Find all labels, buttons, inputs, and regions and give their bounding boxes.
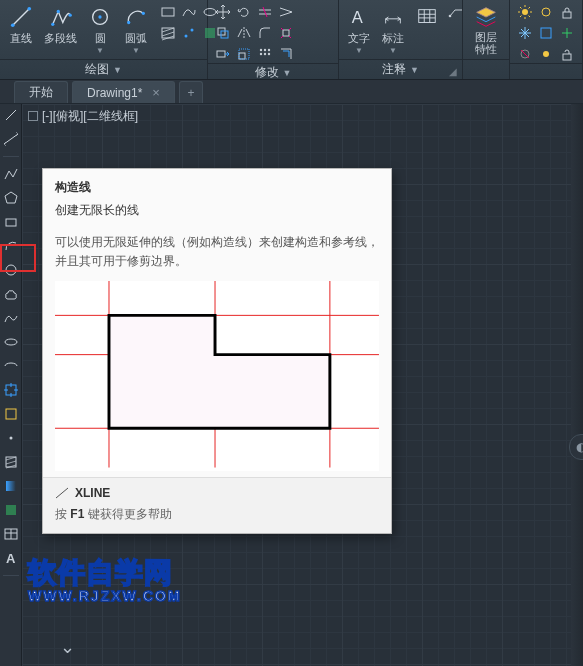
minus-icon: [28, 111, 38, 121]
lt-line-icon[interactable]: [2, 106, 20, 124]
svg-point-1: [11, 23, 15, 27]
panel-title-annotation-label: 注释: [382, 61, 406, 78]
array-icon[interactable]: [256, 45, 274, 63]
svg-rect-37: [563, 54, 571, 60]
scale-icon[interactable]: [235, 45, 253, 63]
move-icon[interactable]: [214, 3, 232, 21]
lt-polygon-icon[interactable]: [2, 189, 20, 207]
tooltip-help-suffix: 键获得更多帮助: [84, 507, 171, 521]
plus-icon: +: [187, 86, 194, 100]
drawing-canvas[interactable]: [-][俯视][二维线框] ◐ 构造线 创建无限长的线 可以使用无限延伸的线（例…: [22, 104, 583, 666]
extend-icon[interactable]: [277, 3, 295, 21]
line-icon: [8, 5, 34, 29]
command-chevron-icon[interactable]: ⌄: [60, 636, 75, 658]
point-icon[interactable]: [180, 24, 198, 42]
text-button[interactable]: A 文字 ▼: [345, 3, 373, 57]
lt-rectangle-icon[interactable]: [2, 213, 20, 231]
svg-point-44: [9, 437, 12, 440]
svg-point-41: [5, 339, 17, 345]
svg-rect-34: [541, 28, 551, 38]
layer-lock-icon[interactable]: [558, 3, 576, 21]
dimension-button[interactable]: 标注 ▼: [379, 3, 407, 57]
lt-spline-icon[interactable]: [2, 309, 20, 327]
polyline-button[interactable]: 多段线: [42, 3, 79, 48]
arc-icon: [123, 5, 149, 29]
modify-tools: [214, 3, 295, 63]
layer-thaw-icon[interactable]: [537, 45, 555, 63]
table-button[interactable]: [413, 3, 441, 31]
arc-button[interactable]: 圆弧 ▼: [121, 3, 151, 57]
rectangle-icon[interactable]: [159, 3, 177, 21]
polyline-label: 多段线: [44, 31, 77, 46]
layer-freeze-icon[interactable]: [516, 24, 534, 42]
dropdown-marker: ▼: [389, 46, 397, 55]
lt-ellipse-icon[interactable]: [2, 333, 20, 351]
view-label[interactable]: [-][俯视][二维线框]: [28, 108, 138, 125]
layer-off-icon[interactable]: [516, 45, 534, 63]
tab-start[interactable]: 开始: [14, 81, 68, 103]
layer-stack-icon: [473, 5, 499, 29]
lt-region-icon[interactable]: [2, 501, 20, 519]
layer-on-icon[interactable]: [537, 3, 555, 21]
svg-text:A: A: [352, 8, 363, 26]
svg-marker-38: [5, 192, 17, 203]
panel-title-draw-label: 绘图: [85, 61, 109, 78]
lt-text-icon[interactable]: A: [2, 549, 20, 567]
fillet-icon[interactable]: [256, 24, 274, 42]
close-icon[interactable]: ×: [152, 85, 160, 100]
svg-rect-20: [239, 53, 245, 59]
tooltip-command: XLINE: [75, 486, 110, 500]
lt-block-icon[interactable]: [2, 405, 20, 423]
layer-properties-button[interactable]: 图层特性: [471, 3, 501, 57]
lt-polyline-icon[interactable]: [2, 165, 20, 183]
stretch-icon[interactable]: [214, 45, 232, 63]
dimension-icon: [381, 5, 405, 29]
lt-ellipsearc-icon[interactable]: [2, 357, 20, 375]
hatch-icon[interactable]: [159, 24, 177, 42]
chevron-down-icon: ▼: [283, 68, 292, 78]
table-icon: [415, 5, 439, 29]
layer-match-icon[interactable]: [558, 24, 576, 42]
circle-button[interactable]: 圆 ▼: [85, 3, 115, 57]
lt-revcloud-icon[interactable]: [2, 285, 20, 303]
mirror-icon[interactable]: [235, 24, 253, 42]
offset-icon[interactable]: [277, 45, 295, 63]
dimension-label: 标注: [382, 31, 404, 46]
lt-table-icon[interactable]: [2, 525, 20, 543]
tooltip-command-row: XLINE: [55, 486, 379, 500]
svg-rect-10: [162, 8, 174, 16]
svg-point-30: [449, 15, 452, 18]
sun-icon[interactable]: [516, 3, 534, 21]
explode-icon[interactable]: [277, 24, 295, 42]
ribbon: 直线 多段线 圆 ▼ 圆弧 ▼: [0, 0, 583, 80]
panel-title-annotation[interactable]: 注释 ▼ ◢: [339, 59, 462, 79]
spline-icon[interactable]: [180, 3, 198, 21]
lt-xline-icon[interactable]: [2, 130, 20, 148]
svg-point-5: [68, 14, 71, 17]
lt-gradient-icon[interactable]: [2, 477, 20, 495]
copy-icon[interactable]: [214, 24, 232, 42]
tab-drawing1-label: Drawing1*: [87, 86, 142, 100]
tooltip-description: 可以使用无限延伸的线（例如构造线）来创建构造和参考线，并且其可用于修剪边界。: [55, 233, 379, 271]
highlight-marker: [0, 244, 36, 272]
svg-point-3: [51, 23, 54, 26]
rotate-icon[interactable]: [235, 3, 253, 21]
svg-rect-29: [419, 10, 436, 23]
tab-add[interactable]: +: [179, 81, 203, 103]
circle-label: 圆: [95, 31, 106, 46]
trim-icon[interactable]: [256, 3, 274, 21]
svg-point-36: [543, 51, 549, 57]
lt-insert-icon[interactable]: [2, 381, 20, 399]
panel-title-draw[interactable]: 绘图 ▼: [0, 59, 207, 79]
xline-icon: [55, 486, 69, 500]
layer-unlock-icon[interactable]: [558, 45, 576, 63]
tab-drawing1[interactable]: Drawing1* ×: [72, 81, 175, 103]
dialog-launcher-icon[interactable]: ◢: [448, 66, 458, 76]
panel-title-modify[interactable]: 修改 ▼: [208, 63, 338, 81]
text-label: 文字: [348, 31, 370, 46]
lt-point-icon[interactable]: [2, 429, 20, 447]
lt-hatch-icon[interactable]: [2, 453, 20, 471]
line-button[interactable]: 直线: [6, 3, 36, 48]
dropdown-marker: ▼: [355, 46, 363, 55]
layer-iso-icon[interactable]: [537, 24, 555, 42]
